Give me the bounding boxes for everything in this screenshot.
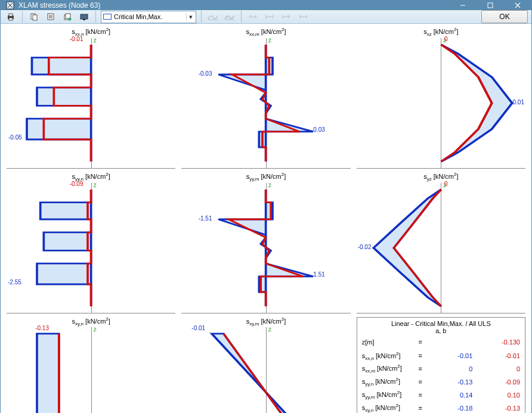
value-label: -0.13 (35, 325, 49, 331)
plot-title: sxz [kN/cm2] (354, 26, 528, 38)
value-label: -0.01 (191, 325, 205, 331)
plots-grid: sxx,n [kN/cm2] z -0.01 -0.05 sxx,m [kN/c… (1, 24, 531, 413)
window-title: XLAM stresses (Node 63) (18, 1, 449, 10)
plot-syz: syz [kN/cm2] z 0 -0.02 (354, 171, 528, 315)
plot-area[interactable]: z -0.03 0.03 (181, 38, 350, 169)
layers-icon[interactable] (61, 10, 74, 23)
plot-area[interactable]: z -0.13 -0.18 (7, 327, 175, 413)
svg-rect-16 (83, 19, 85, 20)
value-label: 1.51 (313, 271, 324, 278)
arrow-lr-icon[interactable] (246, 10, 259, 23)
value-label: 0 (444, 181, 448, 187)
plot-title: syy,m [kN/cm2] (179, 171, 352, 183)
plot-area[interactable]: z 0 -0.02 (357, 183, 525, 313)
svg-rect-15 (81, 14, 88, 19)
plot-sxxn: sxx,n [kN/cm2] z -0.01 -0.05 (4, 26, 178, 170)
plot-title: sxx,n [kN/cm2] (4, 26, 178, 38)
info-row: sxy,n [kN/cm2]=-0.18-0.13 (362, 402, 520, 413)
plot-area[interactable]: z -0.09 -2.55 (7, 183, 175, 313)
info-row: sxx,n [kN/cm2]=-0.01-0.01 (362, 350, 520, 363)
plot-area[interactable]: z -0.01 -0.05 (7, 38, 175, 169)
plot-title: syy,n [kN/cm2] (4, 171, 178, 183)
copy-icon[interactable] (27, 10, 41, 23)
chevron-down-icon: ▾ (186, 13, 194, 21)
svg-rect-5 (9, 18, 13, 20)
value-label: -0.03 (199, 70, 212, 77)
view-mode-combo[interactable]: Critical Min,Max. ▾ (101, 11, 196, 23)
value-label: -0.05 (8, 134, 22, 141)
svg-point-14 (69, 18, 72, 21)
combo-label: Critical Min,Max. (114, 13, 186, 20)
plot-title: syz [kN/cm2] (354, 171, 528, 183)
value-label: 0.03 (313, 126, 324, 133)
plot-sxz: sxz [kN/cm2] z 0 0.01 (354, 26, 528, 170)
value-label: -0.09 (70, 181, 83, 187)
plot-sxxm: sxx,m [kN/cm2] z -0.03 0.03 (179, 26, 352, 170)
list-icon[interactable] (44, 10, 57, 23)
title-bar: XLAM stresses (Node 63) (1, 1, 531, 10)
close-button[interactable] (504, 1, 531, 10)
arrow-right-icon[interactable] (296, 10, 310, 23)
value-label: 0 (444, 36, 448, 42)
value-label: -2.55 (8, 279, 21, 285)
plot-sxym: sxy,m [kN/cm2] z -0.01 0.01 (179, 316, 352, 414)
value-label: -1.51 (199, 215, 212, 222)
minimize-button[interactable] (449, 1, 477, 10)
app-icon (5, 1, 15, 10)
svg-rect-7 (33, 15, 37, 20)
info-z-row: z[m] = -0.130 (362, 338, 520, 346)
plot-title: sxy,n [kN/cm2] (4, 316, 178, 328)
plot-sxyn: sxy,n [kN/cm2] z -0.13 -0.18 (4, 316, 178, 414)
svg-rect-27 (37, 334, 59, 413)
toolbar: Critical Min,Max. ▾ OK (1, 10, 531, 24)
info-row: syy,n [kN/cm2]=-0.13-0.09 (362, 375, 520, 389)
graph-b-icon[interactable] (223, 10, 236, 23)
graph-a-icon[interactable] (206, 10, 219, 23)
svg-rect-4 (9, 14, 13, 16)
arrow-left-icon[interactable] (280, 10, 293, 23)
value-label: -0.01 (70, 36, 83, 42)
plot-syyn: syy,n [kN/cm2] z -0.09 -2.55 (4, 171, 178, 315)
svg-rect-2 (488, 3, 493, 8)
xlam-stresses-window: XLAM stresses (Node 63) Critical Min,Max… (0, 0, 532, 413)
combo-box-icon (103, 14, 112, 20)
info-title-1: Linear - Critical Min,Max. / All ULS (362, 320, 520, 327)
ok-button[interactable]: OK (481, 10, 528, 23)
info-row: sxx,m [kN/cm2]=00 (362, 362, 520, 375)
value-label: 0.01 (513, 99, 524, 105)
plot-area[interactable]: z -1.51 1.51 (181, 183, 350, 313)
plot-area[interactable]: z 0 0.01 (357, 38, 525, 169)
plot-area[interactable]: z -0.01 0.01 (181, 327, 350, 413)
maximize-button[interactable] (477, 1, 504, 10)
info-row: syy,m [kN/cm2]=0.140.10 (362, 389, 520, 402)
info-title-2: a, b (362, 327, 520, 334)
info-panel: Linear - Critical Min,Max. / All ULS a, … (354, 316, 528, 414)
plot-title: sxx,m [kN/cm2] (179, 26, 352, 38)
arrow-span-icon[interactable] (263, 10, 276, 23)
screen-icon[interactable] (78, 10, 91, 23)
print-icon[interactable] (4, 10, 17, 23)
plot-syym: syy,m [kN/cm2] z -1.51 1.51 (179, 171, 352, 315)
value-label: -0.02 (358, 244, 372, 250)
